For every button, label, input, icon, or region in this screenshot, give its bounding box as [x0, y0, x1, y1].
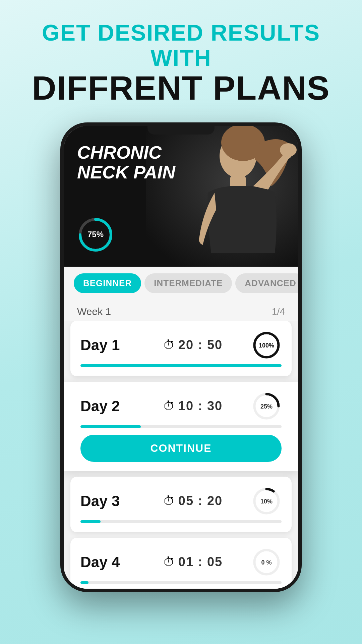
day-1-card[interactable]: Day 1 ⏱ 20 : 50 100%	[70, 321, 292, 376]
day-2-label: Day 2	[80, 398, 134, 415]
day-3-bar-fill	[80, 520, 101, 523]
phone-notch	[147, 122, 215, 135]
timer-icon: ⏱	[163, 338, 175, 352]
day-4-bar-fill	[80, 581, 88, 584]
overall-progress-circle: 75%	[77, 216, 114, 253]
day-2-ring: 25%	[251, 391, 282, 421]
header-title: DIFFRENT PLANS	[20, 70, 342, 106]
day-2-card[interactable]: Day 2 ⏱ 10 : 30 25%	[64, 382, 298, 471]
day-2-progress-bar	[80, 425, 282, 428]
phone-frame: CHRONIC NECK PAIN 75%	[60, 122, 302, 592]
day-1-ring: 100%	[251, 330, 282, 360]
day-1-label: Day 1	[80, 337, 134, 354]
timer-icon-2: ⏱	[163, 399, 175, 413]
hero-text: CHRONIC NECK PAIN	[77, 143, 175, 182]
day-1-time: 20 : 50	[178, 338, 223, 352]
days-list: Day 1 ⏱ 20 : 50 100%	[64, 321, 298, 589]
tab-beginner[interactable]: BEGINNER	[74, 273, 141, 293]
timer-icon-3: ⏱	[163, 494, 175, 508]
difficulty-tabs: BEGINNER INTERMEDIATE ADVANCED	[64, 267, 298, 300]
phone-screen: CHRONIC NECK PAIN 75%	[64, 126, 298, 589]
svg-text:25%: 25%	[260, 403, 273, 410]
tab-intermediate[interactable]: INTERMEDIATE	[144, 273, 232, 293]
continue-button[interactable]: CONTINUE	[80, 435, 282, 462]
day-2-time: 10 : 30	[178, 399, 223, 413]
hero-section: CHRONIC NECK PAIN 75%	[64, 126, 298, 267]
day-1-progress-bar	[80, 364, 282, 367]
day-4-card[interactable]: Day 4 ⏱ 01 : 05 0 %	[70, 538, 292, 589]
day-1-bar-fill	[80, 364, 282, 367]
week-progress: 1/4	[272, 306, 285, 317]
svg-text:0 %: 0 %	[261, 559, 272, 566]
day-3-timer: ⏱ 05 : 20	[141, 494, 245, 508]
day-4-label: Day 4	[80, 554, 134, 571]
day-4-time: 01 : 05	[178, 555, 223, 569]
day-4-timer: ⏱ 01 : 05	[141, 555, 245, 569]
day-3-card[interactable]: Day 3 ⏱ 05 : 20 10%	[70, 477, 292, 532]
day-3-progress-bar	[80, 520, 282, 523]
day-2-timer: ⏱ 10 : 30	[141, 399, 245, 413]
svg-text:75%: 75%	[87, 230, 104, 239]
hero-title: CHRONIC NECK PAIN	[77, 143, 175, 182]
week-label: Week 1	[77, 306, 111, 317]
day-1-timer: ⏱ 20 : 50	[141, 338, 245, 352]
header-subtitle: GET DESIRED RESULTS WITH	[20, 20, 342, 70]
day-4-progress-bar	[80, 581, 282, 584]
day-3-label: Day 3	[80, 493, 134, 509]
day-3-ring: 10%	[251, 486, 282, 516]
tab-advanced[interactable]: ADVANCED	[235, 273, 298, 293]
svg-point-4	[280, 143, 297, 157]
svg-text:10%: 10%	[260, 498, 273, 505]
day-3-time: 05 : 20	[178, 494, 223, 508]
svg-text:100%: 100%	[259, 342, 274, 349]
page-header: GET DESIRED RESULTS WITH DIFFRENT PLANS	[0, 0, 362, 116]
phone-mockup: CHRONIC NECK PAIN 75%	[60, 122, 302, 592]
day-2-bar-fill	[80, 425, 141, 428]
timer-icon-4: ⏱	[163, 555, 175, 569]
day-4-ring: 0 %	[251, 547, 282, 577]
week-header: Week 1 1/4	[64, 300, 298, 321]
